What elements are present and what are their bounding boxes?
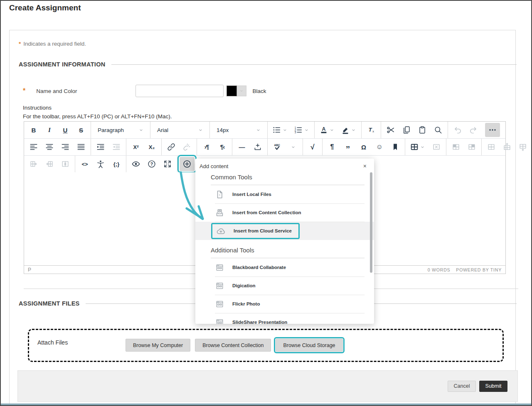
subscript-button[interactable]: X₂ (144, 140, 159, 154)
more-tools-button[interactable] (485, 123, 500, 137)
bullet-list-button[interactable] (270, 123, 291, 137)
popup-item-insert-local-files[interactable]: Insert Local Files (195, 185, 374, 203)
align-left-button[interactable] (26, 140, 41, 154)
fontsize-select[interactable]: 14px (212, 123, 265, 137)
insert-link-icon (167, 142, 176, 152)
indent-button[interactable] (93, 140, 108, 154)
source-code-icon: <> (81, 161, 88, 167)
chevron-down-icon (329, 127, 335, 133)
accessibility-checker-button[interactable] (93, 157, 108, 171)
element-path: P (28, 267, 31, 273)
blockquote-button[interactable]: ” (340, 140, 355, 154)
toolbar-group: BIUS (24, 122, 91, 138)
underline-button[interactable]: U (58, 123, 73, 137)
text-color-icon (319, 125, 328, 135)
toolbar-group (91, 139, 126, 155)
assignment-name-input[interactable] (135, 85, 224, 97)
popup-scrollbar[interactable] (370, 172, 372, 273)
page-title: Create Assignment (9, 3, 81, 12)
horizontal-rule-button[interactable]: — (234, 140, 249, 154)
required-note-text: Indicates a required field. (23, 41, 86, 47)
text-color-button[interactable] (317, 123, 337, 137)
toolbar-group (483, 122, 511, 138)
strikethrough-icon: S (79, 127, 83, 133)
insert-column-after-icon (45, 159, 54, 169)
toolbar-group (481, 139, 532, 155)
spellcheck-button[interactable] (270, 140, 285, 154)
cancel-button[interactable]: Cancel (448, 381, 476, 392)
popup-item-insert-from-content-collection[interactable]: Insert from Content Collection (195, 203, 374, 222)
italic-button[interactable]: I (42, 123, 57, 137)
strikethrough-button[interactable]: S (74, 123, 89, 137)
align-justify-button[interactable] (74, 140, 89, 154)
cut-button[interactable] (383, 123, 398, 137)
highlight-color-button[interactable] (338, 123, 359, 137)
popup-item-digication[interactable]: Digication (195, 276, 374, 295)
popup-item-label: SlideShare Presentation (232, 320, 287, 324)
bold-button[interactable]: B (26, 123, 41, 137)
toolbar-group (24, 156, 75, 172)
anchor-button[interactable] (388, 140, 403, 154)
rtl-paragraph-button[interactable]: ¶‹ (215, 140, 230, 154)
popup-item-slideshare-presentation[interactable]: SlideShare Presentation (195, 313, 374, 324)
more-tools-icon (488, 125, 497, 135)
numbered-list-button[interactable] (291, 123, 312, 137)
underline-icon: U (63, 127, 68, 133)
subscript-icon: X₂ (149, 144, 155, 150)
rtl-paragraph-icon: ¶‹ (220, 144, 224, 150)
preview-button[interactable] (128, 157, 143, 171)
help-button[interactable] (144, 157, 159, 171)
popup-header: Add content × (195, 159, 374, 170)
close-icon[interactable]: × (361, 163, 369, 169)
toolbar-group: √ (303, 139, 322, 155)
accessibility-checker-icon (96, 159, 105, 169)
section-divider-line (111, 64, 517, 65)
popup-item-content: Blackboard Collaborate (215, 263, 286, 272)
insert-link-button[interactable] (164, 140, 179, 154)
page-break-button[interactable] (250, 140, 265, 154)
math-editor-button[interactable]: √ (305, 140, 320, 154)
popup-item-label: Digication (232, 283, 256, 288)
align-right-button[interactable] (58, 140, 73, 154)
special-character-button[interactable]: Ω (356, 140, 371, 154)
paragraph-mark-button[interactable]: ¶ (325, 140, 340, 154)
paste-button[interactable] (415, 123, 430, 137)
insert-row-above-button (500, 140, 515, 154)
browse-cloud-storage-button[interactable]: Browse Cloud Storage (276, 339, 342, 352)
submit-button[interactable]: Submit (479, 381, 507, 392)
emoticons-icon: ☺ (376, 144, 383, 150)
browse-my-computer-button[interactable]: Browse My Computer (126, 339, 190, 352)
popup-item-label: Flickr Photo (232, 301, 260, 306)
spellcheck-menu-icon (290, 144, 296, 150)
superscript-button[interactable]: X² (128, 140, 143, 154)
browse-content-collection-button[interactable]: Browse Content Collection (195, 339, 271, 352)
copy-button[interactable] (399, 123, 414, 137)
source-code-button[interactable]: <> (77, 157, 92, 171)
toolbar-group (314, 122, 361, 138)
popup-item-flickr-photo[interactable]: Flickr Photo (195, 295, 374, 313)
popup-item-insert-from-cloud-service[interactable]: Insert from Cloud Service (195, 222, 374, 240)
add-content-button[interactable] (180, 157, 195, 171)
clear-formatting-button[interactable] (364, 123, 379, 137)
spellcheck-menu-button[interactable] (286, 140, 300, 154)
color-picker[interactable] (227, 86, 246, 96)
color-swatch[interactable] (227, 86, 237, 96)
color-dropdown-button[interactable] (237, 86, 246, 96)
chevron-down-icon (303, 127, 310, 133)
toolbar-group (177, 156, 197, 172)
align-center-button[interactable] (42, 140, 57, 154)
popup-item-label: Insert from Cloud Service (234, 228, 292, 233)
ltr-paragraph-button[interactable]: ›¶ (199, 140, 214, 154)
table-button[interactable] (407, 140, 428, 154)
code-sample-button[interactable]: {;} (109, 157, 124, 171)
undo-icon (453, 125, 462, 135)
fullscreen-button[interactable] (160, 157, 175, 171)
format-select[interactable]: Paragraph (94, 123, 148, 137)
indent-icon (96, 142, 105, 152)
find-replace-button[interactable] (431, 123, 446, 137)
toolbar-group (405, 139, 446, 155)
popup-item-blackboard-collaborate[interactable]: Blackboard Collaborate (195, 258, 374, 276)
font-select[interactable]: Arial (153, 123, 207, 137)
emoticons-button[interactable]: ☺ (372, 140, 387, 154)
toolbar-group: — (232, 139, 267, 155)
